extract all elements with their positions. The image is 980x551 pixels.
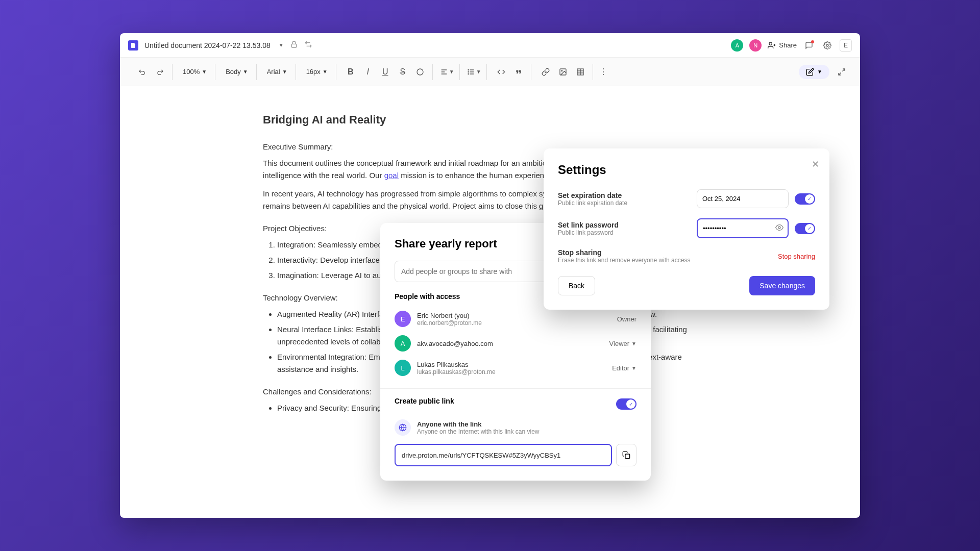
share-button[interactable]: Share bbox=[768, 41, 797, 49]
close-icon[interactable]: ✕ bbox=[812, 159, 819, 170]
bold-button[interactable]: B bbox=[342, 64, 359, 80]
expiration-date-input[interactable] bbox=[697, 189, 789, 208]
svg-point-23 bbox=[778, 227, 780, 229]
link-button[interactable] bbox=[537, 64, 554, 80]
comments-icon[interactable] bbox=[803, 39, 815, 52]
edit-mode-button[interactable]: ▼ bbox=[799, 65, 829, 79]
svg-point-9 bbox=[468, 69, 469, 70]
lock-icon[interactable] bbox=[290, 40, 298, 51]
expand-button[interactable] bbox=[834, 64, 850, 80]
share-label: Share bbox=[779, 41, 797, 49]
person-row: L Lukas Pilkauskas lukas.pilkauskas@prot… bbox=[395, 356, 636, 380]
expiration-title: Set expiration date bbox=[558, 191, 691, 199]
person-name: Lukas Pilkauskas bbox=[417, 361, 606, 368]
undo-button[interactable] bbox=[134, 64, 151, 80]
collaborator-avatar[interactable]: A bbox=[731, 39, 743, 52]
globe-icon bbox=[395, 419, 411, 436]
password-toggle[interactable] bbox=[795, 223, 815, 234]
table-button[interactable] bbox=[572, 64, 589, 80]
svg-point-13 bbox=[561, 70, 562, 71]
role-label: Owner bbox=[617, 315, 636, 323]
document-title[interactable]: Untitled document 2024-07-22 13.53.08 bbox=[144, 41, 271, 49]
strikethrough-button[interactable]: S bbox=[395, 64, 411, 80]
color-button[interactable] bbox=[412, 64, 428, 80]
doc-heading: Bridging AI and Reality bbox=[263, 111, 717, 129]
person-name: Eric Norbert (you) bbox=[417, 312, 611, 319]
svg-point-10 bbox=[468, 71, 469, 72]
list-button[interactable]: ▼ bbox=[466, 64, 482, 80]
zoom-dropdown[interactable]: 100% ▼ bbox=[179, 64, 211, 80]
role-dropdown[interactable]: Viewer ▼ bbox=[609, 340, 636, 347]
public-link-toggle[interactable] bbox=[616, 398, 636, 410]
person-name: akv.avocado@yahoo.com bbox=[417, 340, 603, 347]
font-dropdown[interactable]: Arial ▼ bbox=[263, 64, 291, 80]
style-dropdown[interactable]: Body ▼ bbox=[222, 64, 252, 80]
italic-button[interactable]: I bbox=[360, 64, 376, 80]
expiration-sub: Public link expiration date bbox=[558, 199, 691, 207]
svg-line-19 bbox=[839, 72, 841, 75]
doc-icon bbox=[128, 40, 138, 51]
avatar: L bbox=[395, 360, 411, 376]
goal-link[interactable]: goal bbox=[384, 171, 399, 180]
password-sub: Public link password bbox=[558, 229, 691, 236]
underline-button[interactable]: U bbox=[377, 64, 394, 80]
avatar: E bbox=[395, 311, 411, 327]
settings-modal: ✕ Settings Set expiration date Public li… bbox=[544, 148, 829, 310]
public-link-label: Create public link bbox=[395, 397, 454, 405]
stop-sharing-sub: Erase this link and remove everyone with… bbox=[558, 257, 772, 264]
back-button[interactable]: Back bbox=[558, 276, 595, 295]
quote-button[interactable] bbox=[510, 64, 527, 80]
titlebar: Untitled document 2024-07-22 13.53.08 ▼ … bbox=[120, 33, 860, 58]
eye-icon[interactable] bbox=[775, 223, 783, 234]
svg-point-1 bbox=[826, 44, 828, 46]
redo-button[interactable] bbox=[152, 64, 168, 80]
role-dropdown[interactable]: Editor ▼ bbox=[612, 364, 636, 372]
svg-rect-0 bbox=[291, 44, 296, 47]
app-window: Untitled document 2024-07-22 13.53.08 ▼ … bbox=[120, 33, 860, 518]
expiration-toggle[interactable] bbox=[795, 193, 815, 205]
svg-rect-22 bbox=[625, 454, 630, 459]
image-button[interactable] bbox=[555, 64, 571, 80]
person-email: lukas.pilkauskas@proton.me bbox=[417, 368, 606, 375]
copy-link-button[interactable] bbox=[616, 444, 636, 466]
person-row: A akv.avocado@yahoo.com Viewer ▼ bbox=[395, 331, 636, 356]
move-icon[interactable] bbox=[304, 40, 312, 51]
stop-sharing-title: Stop sharing bbox=[558, 248, 772, 257]
settings-title: Settings bbox=[558, 163, 815, 177]
link-title: Anyone with the link bbox=[417, 420, 539, 428]
toolbar: 100% ▼ Body ▼ Arial ▼ 16px ▼ B I U S ▼ ▼ bbox=[120, 58, 860, 86]
save-changes-button[interactable]: Save changes bbox=[749, 276, 815, 295]
svg-point-2 bbox=[417, 69, 423, 75]
title-chevron-icon[interactable]: ▼ bbox=[279, 42, 284, 48]
collaborator-avatar[interactable]: N bbox=[749, 39, 762, 52]
password-input[interactable] bbox=[697, 218, 789, 238]
code-button[interactable] bbox=[493, 64, 509, 80]
more-button[interactable]: ⋮ bbox=[595, 64, 611, 80]
svg-point-11 bbox=[468, 73, 469, 74]
person-email: eric.norbert@proton.me bbox=[417, 319, 611, 327]
align-button[interactable]: ▼ bbox=[439, 64, 455, 80]
gear-icon[interactable] bbox=[821, 39, 834, 52]
avatar: A bbox=[395, 335, 411, 352]
link-subtitle: Anyone on the Internet with this link ca… bbox=[417, 428, 539, 435]
password-title: Set link password bbox=[558, 221, 691, 229]
svg-line-18 bbox=[842, 69, 845, 71]
stop-sharing-link[interactable]: Stop sharing bbox=[778, 253, 815, 260]
person-row: E Eric Norbert (you) eric.norbert@proton… bbox=[395, 307, 636, 331]
user-menu[interactable]: E bbox=[840, 39, 852, 52]
fontsize-dropdown[interactable]: 16px ▼ bbox=[302, 64, 332, 80]
share-link-input[interactable] bbox=[395, 444, 612, 466]
